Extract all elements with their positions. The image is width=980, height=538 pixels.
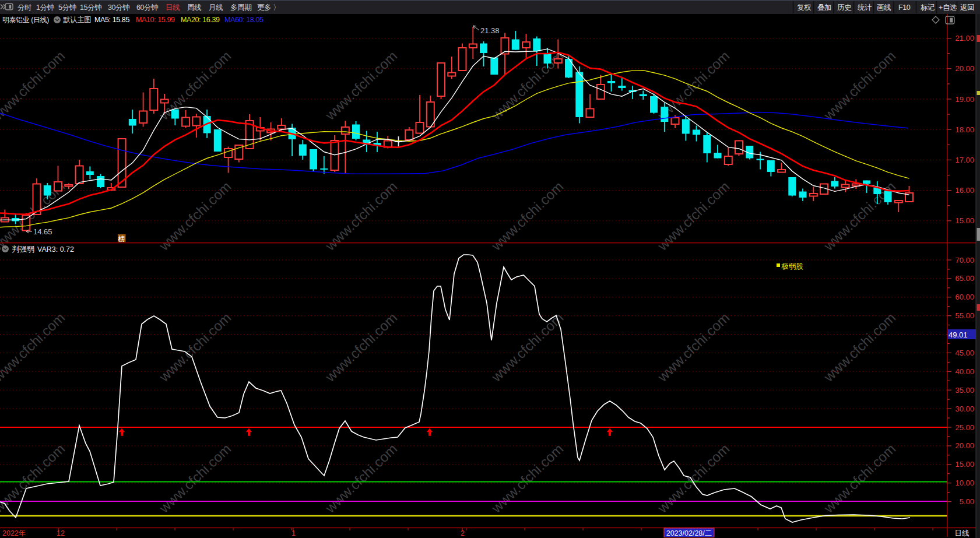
svg-text:分时: 分时 (17, 3, 31, 12)
svg-text:21.38: 21.38 (480, 26, 500, 35)
svg-text:20.00: 20.00 (955, 64, 974, 73)
svg-text:叠加: 叠加 (817, 3, 831, 12)
svg-text:1分钟: 1分钟 (36, 3, 54, 12)
svg-text:30.00: 30.00 (955, 405, 974, 413)
svg-text:历史: 历史 (837, 3, 852, 12)
svg-text:35.00: 35.00 (955, 386, 974, 395)
svg-text:MA60: 18.05: MA60: 18.05 (224, 16, 264, 24)
svg-text:60分钟: 60分钟 (136, 3, 158, 12)
svg-text:周线: 周线 (187, 3, 201, 12)
svg-text:2022年: 2022年 (2, 529, 26, 537)
svg-text:+自选: +自选 (939, 3, 957, 12)
svg-text:2023/02/28/二: 2023/02/28/二 (666, 529, 712, 537)
svg-text:MA10: 15.99: MA10: 15.99 (136, 16, 175, 24)
svg-text:25.00: 25.00 (955, 423, 974, 432)
svg-text:60.00: 60.00 (955, 293, 974, 301)
svg-text:极弱股: 极弱股 (781, 262, 803, 270)
svg-text:复权: 复权 (797, 3, 812, 12)
svg-text:45.00: 45.00 (955, 349, 974, 357)
svg-text:14.65: 14.65 (33, 227, 52, 236)
svg-text:VAR3: 0.72: VAR3: 0.72 (37, 245, 74, 254)
svg-text:MA5: 15.85: MA5: 15.85 (94, 16, 129, 24)
svg-text:15分钟: 15分钟 (80, 3, 101, 12)
svg-text:统计: 统计 (858, 3, 872, 12)
svg-text:65.00: 65.00 (955, 274, 974, 283)
svg-text:10.00: 10.00 (955, 479, 974, 487)
svg-text:15.00: 15.00 (955, 216, 974, 225)
svg-text:更多 〉: 更多 〉 (257, 3, 280, 12)
svg-text:明泰铝业 (日线): 明泰铝业 (日线) (2, 16, 49, 24)
svg-text:55.00: 55.00 (955, 311, 974, 320)
svg-text:70.00: 70.00 (955, 256, 974, 265)
svg-text:判强弱: 判强弱 (12, 245, 34, 254)
svg-text:17.00: 17.00 (955, 156, 974, 164)
svg-text:MA20: 16.39: MA20: 16.39 (181, 16, 220, 24)
svg-text:19.00: 19.00 (955, 95, 974, 104)
svg-text:5分钟: 5分钟 (58, 3, 76, 12)
svg-text:30分钟: 30分钟 (108, 3, 129, 12)
svg-text:月线: 月线 (209, 3, 223, 12)
svg-text:画线: 画线 (877, 3, 891, 12)
svg-text:49.01: 49.01 (949, 330, 968, 339)
svg-text:1: 1 (291, 529, 296, 537)
svg-text:12: 12 (57, 529, 65, 537)
svg-text:榜: 榜 (118, 235, 125, 243)
svg-text:F10: F10 (898, 3, 911, 12)
svg-text:16.00: 16.00 (955, 186, 974, 195)
svg-text:15.00: 15.00 (955, 460, 974, 469)
svg-text:日线: 日线 (166, 3, 180, 12)
svg-text:2: 2 (461, 529, 465, 537)
svg-text:默认主图: 默认主图 (63, 16, 91, 24)
svg-text:18.00: 18.00 (955, 125, 974, 134)
svg-text:40.00: 40.00 (955, 367, 974, 376)
svg-text:日线: 日线 (955, 529, 970, 537)
svg-text:返回: 返回 (960, 3, 974, 12)
svg-text:20.00: 20.00 (955, 441, 974, 450)
svg-text:5.00: 5.00 (960, 497, 974, 506)
svg-text:21.00: 21.00 (955, 34, 974, 43)
svg-text:标记: 标记 (921, 3, 935, 12)
svg-text:多周期: 多周期 (230, 3, 251, 12)
